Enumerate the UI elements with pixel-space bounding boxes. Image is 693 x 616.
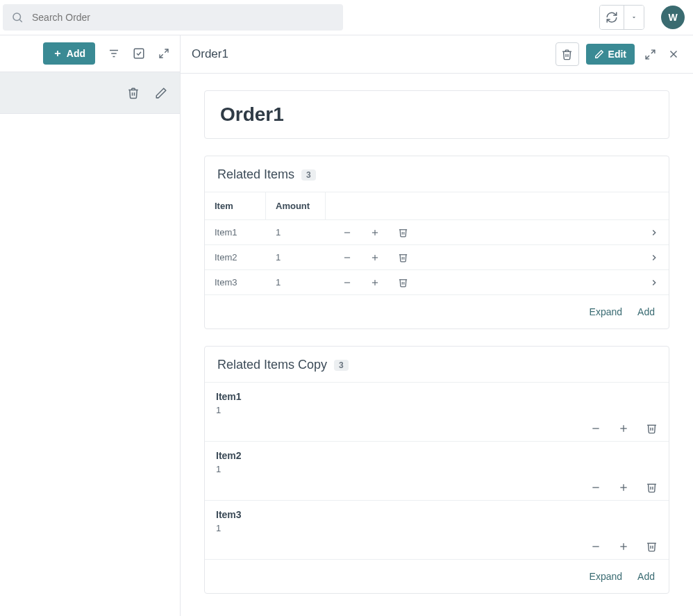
minus-icon[interactable] [342, 278, 352, 288]
fullscreen-button[interactable] [642, 46, 658, 63]
chevron-right-icon[interactable] [649, 278, 659, 288]
related-items-header: Related Items 3 [205, 156, 669, 192]
plus-icon [53, 49, 62, 58]
svg-rect-7 [134, 49, 144, 58]
list-item-amount: 1 [216, 464, 658, 474]
detail-header: Order1 Edit [181, 35, 693, 74]
delete-icon[interactable] [646, 540, 658, 552]
related-items-copy-title: Related Items Copy [217, 358, 327, 372]
plus-icon[interactable] [618, 423, 629, 434]
list-item[interactable]: Item2 1 [205, 442, 669, 501]
related-items-table-header: Item Amount [205, 192, 669, 220]
svg-point-0 [13, 13, 21, 21]
main-panel: Order1 Edit Order1 [181, 35, 693, 616]
related-items-copy-header: Related Items Copy 3 [205, 347, 669, 383]
search-icon [11, 11, 24, 24]
delete-icon[interactable] [127, 87, 140, 99]
minus-icon[interactable] [590, 541, 601, 552]
cell-amount: 1 [266, 227, 326, 238]
related-items-footer: Expand Add [205, 295, 669, 328]
related-items-copy-count-badge: 3 [334, 360, 349, 371]
list-item-name: Item2 [216, 450, 658, 461]
expand-sidebar-button[interactable] [158, 47, 170, 60]
record-title-card: Order1 [204, 90, 669, 139]
svg-line-11 [646, 55, 649, 58]
list-item-amount: 1 [216, 405, 658, 415]
svg-line-9 [160, 54, 163, 58]
table-row[interactable]: Item2 1 [205, 245, 669, 270]
column-item: Item [215, 192, 266, 219]
delete-icon[interactable] [646, 481, 658, 493]
top-bar: W [0, 0, 693, 35]
related-items-title: Related Items [217, 167, 294, 182]
chevron-right-icon[interactable] [649, 228, 659, 238]
svg-line-10 [651, 50, 654, 53]
cell-item: Item3 [215, 277, 266, 288]
user-avatar[interactable]: W [661, 6, 685, 29]
column-amount: Amount [266, 192, 326, 219]
expand-link[interactable]: Expand [590, 571, 622, 582]
list-item-name: Item3 [216, 509, 658, 520]
edit-button-label: Edit [608, 49, 626, 60]
minus-icon[interactable] [342, 228, 352, 238]
sidebar-toolbar: Add [0, 35, 180, 72]
plus-icon[interactable] [370, 253, 380, 263]
chevron-right-icon[interactable] [649, 253, 659, 263]
minus-icon[interactable] [590, 423, 601, 434]
plus-icon[interactable] [370, 278, 380, 288]
search-input[interactable] [31, 11, 335, 24]
edit-icon[interactable] [155, 87, 167, 99]
list-item-name: Item1 [216, 391, 658, 402]
cell-item: Item2 [215, 252, 266, 263]
expand-link[interactable]: Expand [590, 306, 622, 317]
delete-icon[interactable] [398, 227, 408, 238]
close-button[interactable] [665, 46, 682, 63]
filter-button[interactable] [108, 47, 120, 60]
cell-amount: 1 [266, 252, 326, 263]
sync-button[interactable] [600, 6, 624, 29]
detail-title: Order1 [192, 47, 228, 61]
select-mode-button[interactable] [133, 47, 145, 60]
delete-icon[interactable] [398, 252, 408, 263]
minus-icon[interactable] [590, 482, 601, 493]
delete-record-button[interactable] [556, 42, 579, 66]
sync-button-group [599, 5, 644, 30]
add-link[interactable]: Add [637, 306, 655, 317]
related-items-copy-card: Related Items Copy 3 Item1 1 Item2 1 [204, 346, 669, 594]
table-row[interactable]: Item1 1 [205, 220, 669, 245]
edit-record-button[interactable]: Edit [586, 44, 635, 65]
related-items-card: Related Items 3 Item Amount Item1 1 [204, 156, 669, 329]
related-items-count-badge: 3 [301, 169, 316, 181]
svg-line-8 [165, 49, 168, 53]
delete-icon[interactable] [398, 277, 408, 288]
svg-line-1 [19, 19, 22, 22]
search-input-wrapper[interactable] [3, 4, 343, 31]
list-item[interactable]: Item1 1 [205, 383, 669, 442]
sidebar-item-selected[interactable] [0, 72, 180, 114]
add-link[interactable]: Add [637, 571, 655, 582]
add-button[interactable]: Add [43, 42, 95, 65]
plus-icon[interactable] [618, 482, 629, 493]
delete-icon[interactable] [646, 422, 658, 434]
sync-dropdown[interactable] [624, 6, 644, 29]
table-row[interactable]: Item3 1 [205, 270, 669, 295]
minus-icon[interactable] [342, 253, 352, 263]
edit-icon [594, 49, 604, 59]
plus-icon[interactable] [370, 228, 380, 238]
sidebar: Add [0, 35, 181, 616]
cell-item: Item1 [215, 227, 266, 238]
plus-icon[interactable] [618, 541, 629, 552]
list-item-amount: 1 [216, 523, 658, 533]
related-items-copy-footer: Expand Add [205, 560, 669, 593]
cell-amount: 1 [266, 277, 326, 288]
list-item[interactable]: Item3 1 [205, 501, 669, 560]
record-title: Order1 [205, 91, 669, 138]
add-button-label: Add [67, 48, 85, 59]
